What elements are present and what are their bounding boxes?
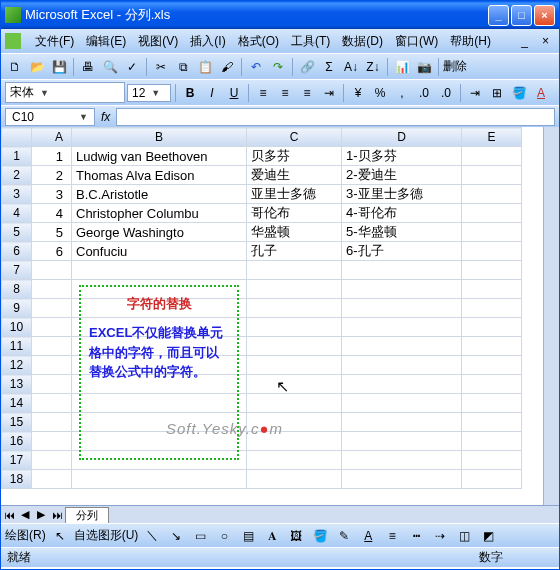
dash-style-icon[interactable]: ┅ [406, 526, 426, 546]
cell[interactable] [342, 337, 462, 356]
cell[interactable] [342, 280, 462, 299]
cell[interactable] [342, 318, 462, 337]
cell[interactable] [342, 470, 462, 489]
row-header[interactable]: 13 [2, 375, 32, 394]
row-header[interactable]: 12 [2, 356, 32, 375]
tab-nav-prev[interactable]: ◀ [17, 508, 33, 521]
cell[interactable] [462, 356, 522, 375]
copy-icon[interactable]: ⧉ [173, 57, 193, 77]
cell[interactable] [462, 470, 522, 489]
row-header[interactable]: 17 [2, 451, 32, 470]
line-style-icon[interactable]: ≡ [382, 526, 402, 546]
arrow-icon[interactable]: ↘ [166, 526, 186, 546]
cell[interactable]: 3 [32, 185, 72, 204]
cell[interactable] [247, 451, 342, 470]
open-icon[interactable]: 📂 [27, 57, 47, 77]
font-name-combo[interactable]: 宋体▼ [5, 82, 125, 103]
row-header[interactable]: 15 [2, 413, 32, 432]
cell[interactable] [342, 299, 462, 318]
select-arrow-icon[interactable]: ↖ [50, 526, 70, 546]
row-header[interactable]: 6 [2, 242, 32, 261]
sort-asc-icon[interactable]: A↓ [341, 57, 361, 77]
cell[interactable] [462, 261, 522, 280]
minimize-button[interactable]: _ [488, 5, 509, 26]
menu-insert[interactable]: 插入(I) [184, 31, 231, 52]
row-header[interactable]: 7 [2, 261, 32, 280]
wordart-icon[interactable]: 𝐀 [262, 526, 282, 546]
draw-menu[interactable]: 绘图(R) [5, 527, 46, 544]
cell[interactable] [462, 318, 522, 337]
cell[interactable] [462, 204, 522, 223]
select-all-corner[interactable] [2, 128, 32, 147]
cell[interactable] [342, 413, 462, 432]
rect-icon[interactable]: ▭ [190, 526, 210, 546]
cell[interactable] [462, 299, 522, 318]
new-icon[interactable]: 🗋 [5, 57, 25, 77]
cell[interactable]: Confuciu [72, 242, 247, 261]
cell[interactable] [32, 337, 72, 356]
formula-input[interactable] [116, 108, 555, 126]
cell[interactable] [32, 261, 72, 280]
menu-help[interactable]: 帮助(H) [444, 31, 497, 52]
row-header[interactable]: 8 [2, 280, 32, 299]
border-icon[interactable]: ⊞ [487, 83, 507, 103]
cell[interactable]: 6 [32, 242, 72, 261]
cell[interactable]: B.C.Aristotle [72, 185, 247, 204]
cell[interactable]: 6-孔子 [342, 242, 462, 261]
row-header[interactable]: 10 [2, 318, 32, 337]
shadow-icon[interactable]: ◫ [454, 526, 474, 546]
menu-view[interactable]: 视图(V) [132, 31, 184, 52]
cell[interactable] [462, 432, 522, 451]
cell[interactable] [247, 337, 342, 356]
delete-button[interactable]: 删除 [443, 58, 467, 75]
cell[interactable]: 爱迪生 [247, 166, 342, 185]
maximize-button[interactable]: □ [511, 5, 532, 26]
currency-icon[interactable]: ¥ [348, 83, 368, 103]
v-scrollbar[interactable] [543, 127, 559, 505]
cell[interactable]: 2-爱迪生 [342, 166, 462, 185]
menu-window[interactable]: 窗口(W) [389, 31, 444, 52]
cell[interactable] [462, 394, 522, 413]
cell[interactable]: 华盛顿 [247, 223, 342, 242]
print-icon[interactable]: 🖶 [78, 57, 98, 77]
cell[interactable] [32, 451, 72, 470]
row-header[interactable]: 1 [2, 147, 32, 166]
comma-icon[interactable]: , [392, 83, 412, 103]
cell[interactable] [32, 318, 72, 337]
cell[interactable] [32, 356, 72, 375]
cell[interactable]: Thomas Alva Edison [72, 166, 247, 185]
cell[interactable] [462, 413, 522, 432]
cell[interactable]: 贝多芬 [247, 147, 342, 166]
cell[interactable] [32, 280, 72, 299]
arrow-style-icon[interactable]: ⇢ [430, 526, 450, 546]
paste-icon[interactable]: 📋 [195, 57, 215, 77]
cell[interactable] [462, 242, 522, 261]
cell[interactable] [462, 185, 522, 204]
percent-icon[interactable]: % [370, 83, 390, 103]
inc-decimal-icon[interactable]: .0 [414, 83, 434, 103]
cell[interactable]: Ludwig van Beethoven [72, 147, 247, 166]
merge-icon[interactable]: ⇥ [319, 83, 339, 103]
redo-icon[interactable]: ↷ [268, 57, 288, 77]
row-header[interactable]: 18 [2, 470, 32, 489]
line-icon[interactable]: ＼ [142, 526, 162, 546]
indent-icon[interactable]: ⇥ [465, 83, 485, 103]
sheet-tab-active[interactable]: 分列 [65, 507, 109, 523]
save-icon[interactable]: 💾 [49, 57, 69, 77]
cell[interactable]: 4-哥伦布 [342, 204, 462, 223]
row-header[interactable]: 9 [2, 299, 32, 318]
row-header[interactable]: 2 [2, 166, 32, 185]
cell[interactable] [247, 375, 342, 394]
cell[interactable] [247, 299, 342, 318]
hyperlink-icon[interactable]: 🔗 [297, 57, 317, 77]
cell[interactable] [462, 147, 522, 166]
align-left-icon[interactable]: ≡ [253, 83, 273, 103]
cell[interactable] [247, 394, 342, 413]
fx-button[interactable]: fx [101, 110, 110, 124]
cell[interactable] [462, 375, 522, 394]
cell[interactable]: 3-亚里士多德 [342, 185, 462, 204]
align-right-icon[interactable]: ≡ [297, 83, 317, 103]
cell[interactable] [462, 280, 522, 299]
dec-decimal-icon[interactable]: .0 [436, 83, 456, 103]
col-header[interactable]: A [32, 128, 72, 147]
